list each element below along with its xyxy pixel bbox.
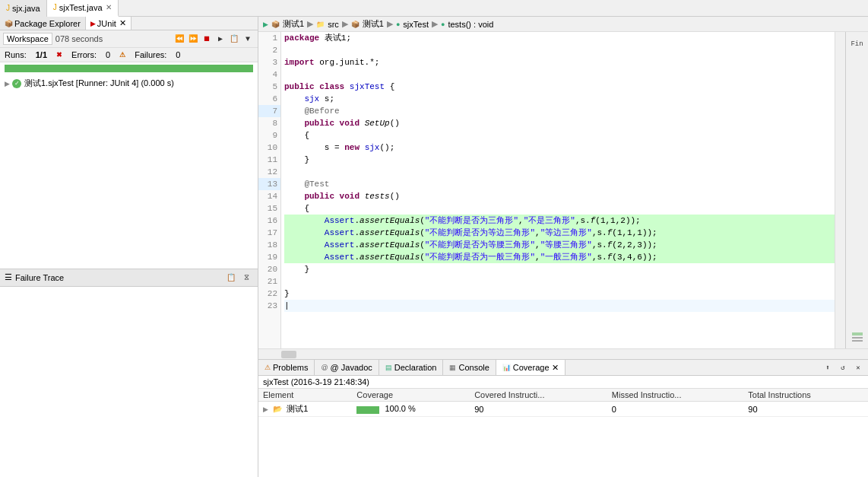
- code-editor[interactable]: 1 2 3 4 5 6 7 8 9 10 11 12 13 14 15 16 1: [258, 32, 835, 348]
- close-icon[interactable]: ✕: [552, 363, 559, 373]
- toolbar-btn-1[interactable]: ⏪: [173, 32, 186, 46]
- test-item[interactable]: ▶ ✓ 测试1.sjxTest [Runner: JUnit 4] (0.000…: [2, 76, 256, 91]
- code-line-16: Assert.assertEquals("不能判断是否为三角形","不是三角形"…: [284, 215, 835, 227]
- breadcrumb-item-5[interactable]: tests() : void: [448, 20, 493, 29]
- line-num-23: 23: [258, 300, 280, 312]
- coverage-title: sjxTest (2016-3-19 21:48:34): [258, 376, 868, 389]
- runs-value: 1/1: [36, 50, 47, 59]
- breadcrumb-item-2[interactable]: src: [328, 20, 339, 29]
- coverage-element-name: 测试1: [287, 404, 308, 413]
- h-scroll-thumb[interactable]: [281, 351, 296, 358]
- tab-declaration[interactable]: ▤ Declaration: [379, 360, 444, 375]
- code-line-12: [284, 166, 835, 178]
- refresh-button[interactable]: ↺: [836, 361, 850, 374]
- code-line-21: [284, 275, 835, 288]
- toolbar-btn-history[interactable]: 📋: [227, 32, 241, 46]
- line-num-16: 16: [258, 215, 280, 227]
- line-num-11: 11: [258, 154, 280, 166]
- code-line-10: s = new sjx();: [284, 142, 835, 154]
- toolbar-btn-2[interactable]: ⏩: [186, 32, 200, 46]
- row-folder-icon: 📂: [273, 405, 282, 413]
- line-numbers: 1 2 3 4 5 6 7 8 9 10 11 12 13 14 15 16 1: [258, 32, 281, 348]
- tab-junit[interactable]: ▶ JUnit ✕: [86, 17, 131, 30]
- code-editor-wrapper: 1 2 3 4 5 6 7 8 9 10 11 12 13 14 15 16 1: [258, 32, 868, 348]
- line-num-2: 2: [258, 44, 280, 56]
- tab-label-junit: JUnit: [97, 19, 116, 28]
- javadoc-icon: @: [321, 364, 328, 371]
- close-bottom-button[interactable]: ✕: [851, 361, 865, 374]
- breadcrumb-item-4[interactable]: sjxTest: [403, 20, 429, 29]
- code-line-17: Assert.assertEquals("不能判断是否为等边三角形","等边三角…: [284, 227, 835, 239]
- editor-tab-bar: J sjx.java J sjxTest.java ✕: [0, 0, 868, 17]
- editor-area: ▶ 📦 测试1 ▶ 📁 src ▶ 📦 测试1 ▶ ● sjxTest ▶ ● …: [258, 17, 868, 477]
- line-num-4: 4: [258, 68, 280, 81]
- line-num-9: 9: [258, 129, 280, 142]
- line-num-12: 12: [258, 166, 280, 178]
- filter-trace-button[interactable]: ⧖: [239, 271, 253, 285]
- svg-rect-0: [852, 332, 863, 335]
- breadcrumb-item-3[interactable]: 测试1: [363, 18, 384, 30]
- close-icon[interactable]: ✕: [119, 18, 126, 28]
- row-expand-icon[interactable]: ▶: [263, 405, 268, 413]
- tab-javadoc[interactable]: @ @ Javadoc: [315, 360, 379, 375]
- code-line-2: [284, 44, 835, 56]
- breadcrumb-sep-1: ▶: [307, 19, 313, 29]
- tab-console[interactable]: ▦ Console: [443, 360, 496, 375]
- tab-declaration-label: Declaration: [394, 363, 437, 372]
- breadcrumb-icon-pkg2: 📦: [351, 21, 360, 28]
- toolbar-btn-more[interactable]: ▼: [241, 32, 255, 46]
- progress-bar-fill: [5, 65, 253, 72]
- line-num-5: 5: [258, 81, 280, 93]
- export-button[interactable]: ⬆: [821, 361, 835, 374]
- line-num-10: 10: [258, 142, 280, 154]
- errors-value: 0: [106, 50, 110, 59]
- toolbar-btn-stop[interactable]: ⏹: [200, 32, 214, 46]
- code-line-20: }: [284, 263, 835, 275]
- test-tree[interactable]: ▶ ✓ 测试1.sjxTest [Runner: JUnit 4] (0.000…: [0, 75, 258, 269]
- close-icon[interactable]: ✕: [106, 3, 112, 11]
- code-content[interactable]: package 表试1; import org.junit.*; public …: [281, 32, 835, 348]
- tab-label-sjx: sjx.java: [12, 4, 40, 13]
- tab-problems[interactable]: ⚠ Problems: [258, 360, 315, 375]
- coverage-covered-cell: 90: [470, 402, 607, 417]
- outline-icon[interactable]: Fin: [848, 35, 866, 53]
- test-item-label: 测试1.sjxTest [Runner: JUnit 4] (0.000 s): [24, 78, 174, 89]
- coverage-element-cell: ▶ 📂 测试1: [258, 402, 352, 417]
- line-num-8: 8: [258, 117, 280, 129]
- main-layout: 📦 Package Explorer ▶ JUnit ✕ Workspace 0…: [0, 17, 868, 477]
- workspace-dropdown[interactable]: Workspace: [3, 33, 52, 45]
- code-line-4: [284, 68, 835, 81]
- tab-console-label: Console: [458, 363, 489, 372]
- line-num-22: 22: [258, 288, 280, 300]
- tab-package-explorer[interactable]: 📦 Package Explorer: [0, 17, 86, 30]
- horizontal-scrollbar[interactable]: [258, 348, 868, 359]
- line-num-1: 1: [258, 32, 280, 44]
- tab-sjx-java[interactable]: J sjx.java: [0, 0, 47, 17]
- coverage-pct: 100.0 %: [385, 404, 415, 413]
- tab-coverage[interactable]: 📊 Coverage ✕: [496, 360, 565, 375]
- code-line-5: public class sjxTest {: [284, 81, 835, 93]
- code-line-18: Assert.assertEquals("不能判断是否为等腰三角形","等腰三角…: [284, 239, 835, 251]
- bottom-panel: ⚠ Problems @ @ Javadoc ▤ Declaration ▦ C…: [258, 359, 868, 477]
- failure-trace-label: Failure Trace: [15, 273, 64, 282]
- code-line-23: |: [284, 300, 835, 312]
- copy-trace-button[interactable]: 📋: [224, 271, 238, 285]
- overview-icon[interactable]: [848, 329, 866, 347]
- tab-javadoc-label: @ Javadoc: [331, 363, 372, 372]
- toolbar-btn-rerun[interactable]: ▶: [214, 32, 227, 46]
- failure-trace-header: ☰ Failure Trace 📋 ⧖: [0, 269, 258, 287]
- tab-sjxtest-java[interactable]: J sjxTest.java ✕: [47, 0, 119, 17]
- code-line-3: import org.junit.*;: [284, 56, 835, 68]
- coverage-table: Element Coverage Covered Instructi... Mi…: [258, 389, 868, 417]
- breadcrumb-item-1[interactable]: 测试1: [283, 18, 304, 30]
- failure-trace-title-row: ☰ Failure Trace: [5, 272, 64, 282]
- bottom-content: sjxTest (2016-3-19 21:48:34) Element Cov…: [258, 376, 868, 477]
- vertical-scrollbar[interactable]: [835, 32, 845, 348]
- line-num-3: 3: [258, 56, 280, 68]
- breadcrumb-run-icon: ▶: [263, 21, 268, 28]
- code-line-9: {: [284, 129, 835, 142]
- line-num-20: 20: [258, 263, 280, 275]
- col-element: Element: [258, 389, 352, 402]
- coverage-row-1[interactable]: ▶ 📂 测试1 100.0 % 90 0 90: [258, 402, 868, 417]
- col-covered: Covered Instructi...: [470, 389, 607, 402]
